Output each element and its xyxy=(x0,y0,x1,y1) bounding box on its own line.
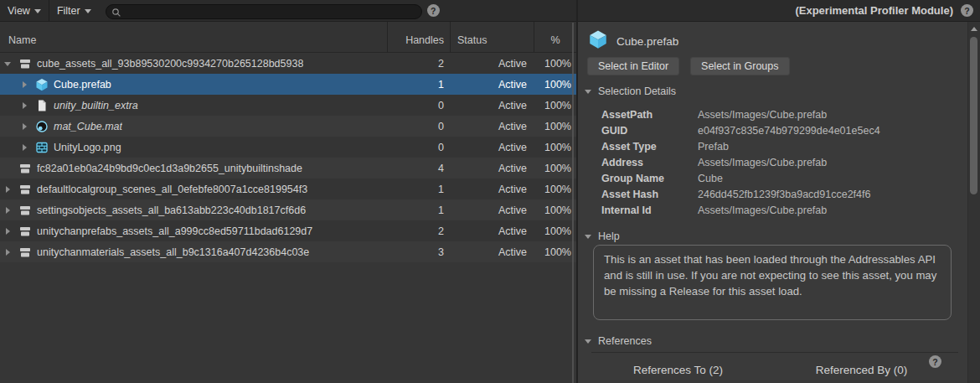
detail-field-label: Group Name xyxy=(601,173,698,184)
help-icon[interactable]: ? xyxy=(961,4,973,17)
row-handles-value: 1 xyxy=(387,184,450,195)
table-row[interactable]: settingsobjects_assets_all_ba613abb223c4… xyxy=(0,199,576,220)
table-row[interactable]: defaultlocalgroup_scenes_all_0efebfe8007… xyxy=(0,179,576,199)
expand-arrow-icon[interactable] xyxy=(20,80,30,89)
row-name-cell: unitychanmaterials_assets_all_b9c1316a40… xyxy=(0,246,387,259)
tab-references-to[interactable]: References To (2) xyxy=(586,364,770,376)
row-percent-value: 100% xyxy=(534,225,576,237)
row-name-cell: UnityLogo.png xyxy=(0,141,387,154)
row-percent-value: 100% xyxy=(534,204,576,216)
foldout-arrow-icon xyxy=(585,235,591,239)
detail-field-row: GUID e04f937c835e74b979299de4e01e5ec4 xyxy=(601,122,963,138)
module-title: (Experimental Profiler Module) xyxy=(795,4,953,17)
prefab-icon xyxy=(35,78,49,91)
column-header-handles[interactable]: Handles xyxy=(387,22,450,52)
panel-scrollbar[interactable] xyxy=(967,22,980,383)
row-status-value: Active xyxy=(450,58,534,70)
expand-arrow-icon[interactable] xyxy=(3,185,13,194)
row-label: settingsobjects_assets_all_ba613abb223c4… xyxy=(37,204,306,216)
row-percent-value: 100% xyxy=(534,184,576,195)
row-name-cell: fc82a01eb0a24b9bd9c0ec1d3a9b2655_unitybu… xyxy=(0,162,387,175)
selection-details-fields: AssetPath Assets/Images/Cube.prefab GUID… xyxy=(601,106,963,218)
table-row[interactable]: unitychanmaterials_assets_all_b9c1316a40… xyxy=(0,241,576,262)
row-name-cell: settingsobjects_assets_all_ba613abb223c4… xyxy=(0,204,387,217)
table-row[interactable]: unitychanprefabs_assets_all_a999cc8ed597… xyxy=(0,220,576,241)
action-buttons: Select in Editor Select in Groups xyxy=(587,57,790,75)
asset-tree-pane: View Filter ? Name Handles Status % cube… xyxy=(0,0,576,383)
selection-details-title: Selection Details xyxy=(598,85,676,97)
material-icon xyxy=(35,120,49,133)
row-handles-value: 4 xyxy=(387,163,450,174)
row-handles-value: 2 xyxy=(387,58,450,70)
row-percent-value: 100% xyxy=(534,79,576,91)
archive-icon xyxy=(18,204,32,217)
archive-icon xyxy=(18,225,32,238)
table-row[interactable]: UnityLogo.png 0 Active 100% xyxy=(0,137,576,158)
detail-field-value: e04f937c835e74b979299de4e01e5ec4 xyxy=(698,125,880,137)
detail-content: Cube.prefab Select in Editor Select in G… xyxy=(578,22,980,383)
references-section-title: References xyxy=(598,335,652,347)
row-name-cell: mat_Cube.mat xyxy=(0,120,387,133)
expand-arrow-icon[interactable] xyxy=(3,164,13,173)
chevron-down-icon xyxy=(85,9,91,13)
row-handles-value: 2 xyxy=(387,225,450,237)
help-icon[interactable]: ? xyxy=(929,355,941,368)
expand-arrow-icon[interactable] xyxy=(20,122,30,131)
expand-arrow-icon[interactable] xyxy=(3,60,13,68)
table-row[interactable]: mat_Cube.mat 0 Active 100% xyxy=(0,116,576,137)
table-row[interactable]: unity_builtin_extra 0 Active 100% xyxy=(0,95,576,116)
filter-dropdown[interactable]: Filter xyxy=(49,0,99,22)
selection-details-header[interactable]: Selection Details xyxy=(585,85,676,97)
expand-arrow-icon[interactable] xyxy=(20,101,30,110)
select-in-groups-button[interactable]: Select in Groups xyxy=(690,57,789,75)
expand-arrow-icon[interactable] xyxy=(3,248,13,256)
references-section-header[interactable]: References xyxy=(585,335,652,347)
row-percent-value: 100% xyxy=(534,246,576,258)
column-header-name[interactable]: Name xyxy=(0,34,387,52)
column-header-status[interactable]: Status xyxy=(450,22,534,52)
archive-icon xyxy=(18,183,32,196)
archive-icon xyxy=(18,162,32,175)
archive-icon xyxy=(18,246,32,259)
row-label: unity_builtin_extra xyxy=(54,100,138,111)
tab-referenced-by[interactable]: Referenced By (0) xyxy=(770,364,953,376)
row-percent-value: 100% xyxy=(534,100,576,111)
help-section-header[interactable]: Help xyxy=(585,230,620,242)
search-field-wrap xyxy=(106,3,422,18)
row-name-cell: cube_assets_all_93b89530200c9934270b2651… xyxy=(0,57,387,70)
scroll-up-arrow-icon[interactable] xyxy=(971,27,977,31)
table-row[interactable]: cube_assets_all_93b89530200c9934270b2651… xyxy=(0,53,576,74)
search-input[interactable] xyxy=(106,4,422,19)
detail-field-row: Address Assets/Images/Cube.prefab xyxy=(601,154,963,170)
row-percent-value: 100% xyxy=(534,58,576,70)
detail-field-row: AssetPath Assets/Images/Cube.prefab xyxy=(601,106,963,122)
row-status-value: Active xyxy=(450,79,534,91)
row-label: mat_Cube.mat xyxy=(54,121,122,132)
row-status-value: Active xyxy=(450,100,534,111)
table-row[interactable]: fc82a01eb0a24b9bd9c0ec1d3a9b2655_unitybu… xyxy=(0,158,576,179)
row-status-value: Active xyxy=(450,225,534,237)
help-icon[interactable]: ? xyxy=(427,4,440,17)
expand-arrow-icon[interactable] xyxy=(20,143,30,152)
row-handles-value: 0 xyxy=(387,100,450,111)
archive-icon xyxy=(18,57,32,70)
detail-field-value: Cube xyxy=(698,173,723,184)
select-in-editor-button[interactable]: Select in Editor xyxy=(587,57,679,75)
detail-field-label: GUID xyxy=(601,125,698,137)
row-label: Cube.prefab xyxy=(54,79,111,91)
row-status-value: Active xyxy=(450,204,534,216)
column-header-percent[interactable]: % xyxy=(534,22,576,52)
row-label: unitychanmaterials_assets_all_b9c1316a40… xyxy=(37,246,309,258)
detail-field-value: Assets/Images/Cube.prefab xyxy=(698,157,827,168)
table-row[interactable]: Cube.prefab 1 Active 100% xyxy=(0,74,576,95)
tree-scrollbar[interactable] xyxy=(572,23,574,383)
scrollbar-thumb[interactable] xyxy=(970,37,977,194)
row-label: cube_assets_all_93b89530200c9934270b2651… xyxy=(37,58,303,70)
expand-arrow-icon[interactable] xyxy=(3,227,13,235)
row-handles-value: 3 xyxy=(387,246,450,258)
row-name-cell: unitychanprefabs_assets_all_a999cc8ed597… xyxy=(0,225,387,238)
view-dropdown[interactable]: View xyxy=(0,0,49,22)
references-tabs: References To (2) Referenced By (0) xyxy=(586,364,953,376)
detail-field-row: Asset Type Prefab xyxy=(601,138,963,154)
expand-arrow-icon[interactable] xyxy=(3,206,13,215)
